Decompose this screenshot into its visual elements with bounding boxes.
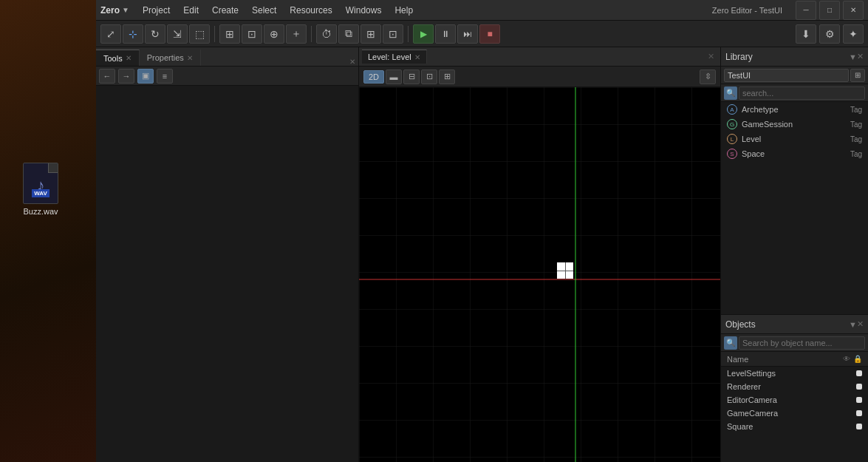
library-selector-input[interactable] bbox=[724, 69, 849, 82]
view-split-button[interactable]: ⊟ bbox=[403, 69, 420, 84]
levelsettings-dot bbox=[856, 370, 862, 376]
lock-header-icon: 🔒 bbox=[853, 355, 862, 363]
objects-expand-icon[interactable]: ▼ bbox=[849, 320, 857, 329]
download-button[interactable]: ⬇ bbox=[796, 24, 816, 44]
renderer-dot bbox=[856, 384, 862, 390]
lib-item-space[interactable]: S Space Tag bbox=[721, 146, 868, 161]
viewport-close-button[interactable]: ✕ bbox=[705, 52, 717, 61]
obj-item-square[interactable]: Square bbox=[721, 420, 868, 433]
lib-item-level[interactable]: L Level Tag bbox=[721, 132, 868, 146]
view-grid-button[interactable]: ⊞ bbox=[439, 69, 455, 84]
left-panels: Tools ✕ Properties ✕ ✕ ← → ▣ ≡ bbox=[96, 47, 359, 462]
menu-create[interactable]: Create bbox=[206, 4, 245, 17]
panels-close[interactable]: ✕ bbox=[346, 58, 358, 66]
level-name: Level bbox=[742, 135, 846, 143]
square-dot bbox=[856, 424, 862, 429]
library-search: 🔍 bbox=[721, 84, 868, 102]
toolbar-right: ⬇ ⚙ ✦ bbox=[796, 24, 864, 44]
objects-column-header: Name 👁 🔒 bbox=[721, 352, 868, 367]
home-button[interactable]: ▣ bbox=[137, 69, 154, 84]
play-button[interactable]: ▶ bbox=[413, 24, 434, 44]
library-expand-icon[interactable]: ▼ bbox=[849, 52, 857, 61]
tab-properties[interactable]: Properties ✕ bbox=[140, 50, 201, 66]
objects-title: Objects bbox=[725, 319, 846, 330]
skip-button[interactable]: ⏭ bbox=[457, 24, 478, 44]
select-tool-button[interactable]: ⤢ bbox=[100, 24, 121, 44]
objects-header-icons: 👁 🔒 bbox=[843, 355, 862, 363]
back-button[interactable]: ← bbox=[99, 69, 115, 84]
objects-close-button[interactable]: ✕ bbox=[857, 319, 864, 329]
editorcamera-name: EditorCamera bbox=[727, 395, 852, 404]
obj-item-gamecamera[interactable]: GameCamera bbox=[721, 407, 868, 420]
layer-button[interactable]: ⧉ bbox=[338, 24, 359, 44]
snap-button[interactable]: ⊡ bbox=[242, 24, 262, 44]
menu-resources[interactable]: Resources bbox=[284, 4, 338, 17]
viewport-toolbar: 2D ▬ ⊟ ⊡ ⊞ ⇳ bbox=[359, 67, 720, 87]
objects-search-input[interactable] bbox=[739, 336, 865, 350]
settings-button[interactable]: ⚙ bbox=[819, 24, 840, 44]
desktop-file-icon[interactable]: ♪ WAV Buzz.wav bbox=[15, 163, 66, 216]
window-title: Zero Editor - TestUI bbox=[712, 6, 782, 15]
add-button[interactable]: ＋ bbox=[286, 24, 307, 44]
menu-select[interactable]: Select bbox=[246, 4, 282, 17]
grid-button[interactable]: ⊞ bbox=[219, 24, 240, 44]
translate-tool-button[interactable]: ⊹ bbox=[123, 24, 143, 44]
close-button[interactable]: ✕ bbox=[843, 1, 864, 20]
tab-properties-close[interactable]: ✕ bbox=[187, 54, 193, 62]
library-search-icon: 🔍 bbox=[724, 86, 737, 100]
library-grid-button[interactable]: ⊞ bbox=[850, 69, 865, 82]
time-button[interactable]: ⏱ bbox=[316, 24, 337, 44]
minimize-button[interactable]: ─ bbox=[796, 1, 816, 20]
gamesession-name: GameSession bbox=[742, 120, 846, 129]
obj-item-renderer[interactable]: Renderer bbox=[721, 380, 868, 393]
tab-tools-close[interactable]: ✕ bbox=[126, 54, 131, 62]
maximize-button[interactable]: □ bbox=[819, 1, 840, 20]
menu-edit[interactable]: Edit bbox=[177, 4, 205, 17]
forward-button[interactable]: → bbox=[118, 69, 134, 84]
view-camera-button[interactable]: ⊡ bbox=[421, 69, 437, 84]
menubar: Zero ▼ Project Edit Create Select Resour… bbox=[96, 0, 868, 21]
archetype-name: Archetype bbox=[742, 105, 846, 114]
objects-name-header: Name bbox=[727, 355, 840, 364]
tool-group-transform: ⤢ ⊹ ↻ ⇲ ⬚ bbox=[100, 24, 210, 44]
space-tag: Tag bbox=[850, 150, 862, 158]
toolbar-sep-3 bbox=[408, 26, 409, 42]
sparkle-button[interactable]: ✦ bbox=[843, 24, 864, 44]
level-tab-label: Level: Level bbox=[368, 52, 411, 61]
view-flat-button[interactable]: ▬ bbox=[386, 69, 402, 84]
scale-tool-button[interactable]: ⇲ bbox=[167, 24, 188, 44]
file-type-badge: WAV bbox=[32, 189, 49, 197]
pause-button[interactable]: ⏸ bbox=[435, 24, 456, 44]
obj-item-editorcamera[interactable]: EditorCamera bbox=[721, 393, 868, 407]
archetype-icon: A bbox=[727, 104, 737, 115]
gamecamera-dot bbox=[856, 410, 862, 416]
right-panels: Library ▼ ✕ ⊞ 🔍 A Archetype Tag bbox=[720, 47, 868, 462]
select-rect-button[interactable]: ⬚ bbox=[189, 24, 210, 44]
menu-help[interactable]: Help bbox=[389, 4, 419, 17]
level-tab-close-icon[interactable]: ✕ bbox=[414, 53, 420, 61]
tab-tools[interactable]: Tools ✕ bbox=[96, 50, 140, 66]
stop-button[interactable]: ■ bbox=[479, 24, 500, 44]
level-tab[interactable]: Level: Level ✕ bbox=[362, 50, 427, 64]
view-2d-button[interactable]: 2D bbox=[363, 70, 384, 84]
object-button[interactable]: ⊕ bbox=[264, 24, 284, 44]
menu-project[interactable]: Project bbox=[137, 4, 176, 17]
tab-tools-label: Tools bbox=[103, 54, 123, 63]
lib-item-gamesession[interactable]: G GameSession Tag bbox=[721, 117, 868, 132]
obj-item-levelsettings[interactable]: LevelSettings bbox=[721, 367, 868, 380]
list-button[interactable]: ≡ bbox=[157, 69, 173, 84]
objects-panel: Objects ▼ ✕ 🔍 Name 👁 🔒 bbox=[721, 314, 868, 462]
svg-rect-0 bbox=[359, 87, 720, 462]
brand-dropdown-icon[interactable]: ▼ bbox=[122, 6, 129, 14]
library-search-input[interactable] bbox=[739, 86, 865, 100]
lib-item-archetype[interactable]: A Archetype Tag bbox=[721, 102, 868, 117]
menu-windows[interactable]: Windows bbox=[340, 4, 388, 17]
space-name: Space bbox=[742, 149, 846, 158]
toolbar-sep-2 bbox=[311, 26, 312, 42]
grid-viewport[interactable] bbox=[359, 87, 720, 462]
viewport-scroll-button[interactable]: ⇳ bbox=[700, 69, 716, 84]
rotate-tool-button[interactable]: ↻ bbox=[145, 24, 165, 44]
library-close-button[interactable]: ✕ bbox=[857, 52, 864, 61]
extra-button[interactable]: ⊡ bbox=[383, 24, 403, 44]
expand-button[interactable]: ⊞ bbox=[360, 24, 381, 44]
